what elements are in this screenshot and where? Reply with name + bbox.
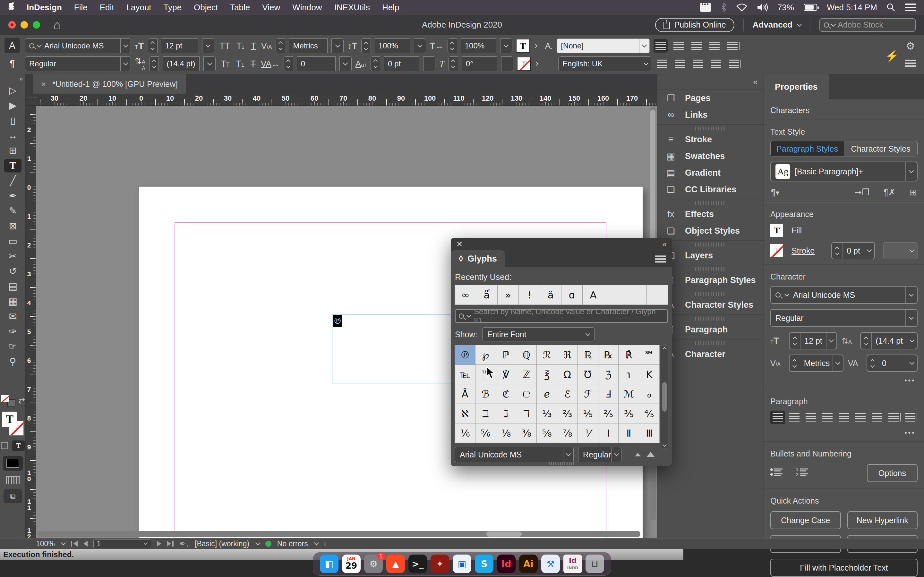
glyph-cell[interactable]: ⅕ xyxy=(577,404,598,424)
panel-menu-icon[interactable] xyxy=(905,60,916,67)
panel-dock-item[interactable]: ▦ Swatches xyxy=(657,148,764,164)
vertical-scale-stepper[interactable] xyxy=(361,39,371,53)
show-filter-combo[interactable]: Entire Font xyxy=(482,327,594,342)
panel-dock-item[interactable]: fx Effects xyxy=(657,206,764,222)
dropdown-arrow[interactable] xyxy=(120,57,131,71)
glyph-cell[interactable]: ℤ xyxy=(516,364,537,384)
recent-glyph-cell[interactable] xyxy=(604,285,625,305)
kerning-stepper[interactable] xyxy=(276,39,285,53)
bullets-options-button[interactable]: Options xyxy=(867,464,918,482)
glyph-cell[interactable]: ⅝ xyxy=(536,423,557,443)
character-style-combo[interactable]: Regular xyxy=(771,309,918,327)
glyph-cell[interactable]: ℸ xyxy=(516,404,537,424)
tool-button[interactable]: ✒ xyxy=(0,188,26,203)
recent-glyph-cell[interactable]: ! xyxy=(519,285,540,305)
fill-label[interactable]: Fill xyxy=(792,226,802,235)
justify-left-button[interactable] xyxy=(708,39,722,53)
scrollbar-thumb[interactable] xyxy=(662,382,667,412)
dropdown-arrow[interactable] xyxy=(563,447,573,462)
formatting-affects-container-button[interactable] xyxy=(1,442,8,449)
font-size-dropdown[interactable] xyxy=(202,39,214,53)
next-page-button[interactable] xyxy=(157,541,161,546)
leading-stepper[interactable] xyxy=(149,56,159,71)
panel-menu-icon[interactable] xyxy=(655,255,666,263)
glyph-cell[interactable]: ⅛ xyxy=(496,423,517,443)
menu-layout[interactable]: Layout xyxy=(120,3,158,13)
recent-glyph-cell[interactable] xyxy=(625,285,646,305)
tool-button[interactable]: ☞ xyxy=(0,339,26,354)
menu-object[interactable]: Object xyxy=(188,3,224,13)
justify-center-last-button[interactable] xyxy=(673,57,687,71)
menu-table[interactable]: Table xyxy=(224,3,256,13)
tab-glyphs[interactable]: ◊ Glyphs xyxy=(451,250,505,267)
tool-button[interactable]: ✎ xyxy=(0,203,26,218)
glyph-cell[interactable]: ℴ xyxy=(639,384,660,404)
align-towards-spine-button[interactable] xyxy=(886,411,901,424)
dropdown-arrow[interactable] xyxy=(611,447,622,462)
menu-indesign[interactable]: InDesign xyxy=(21,3,68,13)
paragraph-style-combo[interactable]: Ag [Basic Paragraph]+ xyxy=(771,161,918,181)
kerning-dropdown[interactable] xyxy=(331,39,344,53)
character-formatting-mode-button[interactable]: A xyxy=(5,38,20,53)
recent-glyph-cell[interactable] xyxy=(646,285,668,305)
tracking-field[interactable]: 0 xyxy=(297,56,336,71)
tool-button[interactable]: ▭ xyxy=(0,234,26,248)
glyph-cell[interactable]: ℜ xyxy=(557,345,578,365)
superscript-button[interactable]: T1 xyxy=(236,41,244,51)
glyph-font-style-combo[interactable]: Regular xyxy=(578,447,622,462)
language-combo[interactable]: English: UK xyxy=(558,56,651,71)
fill-swatch[interactable]: T xyxy=(771,224,783,237)
fill-expand-arrow[interactable] xyxy=(533,44,537,48)
panel-dock-item[interactable]: ∞ Links xyxy=(657,106,764,123)
notification-center-icon[interactable] xyxy=(905,3,916,11)
zoom-window-button[interactable] xyxy=(33,21,40,29)
glyph-cell[interactable]: Ⅲ xyxy=(639,423,660,443)
tool-button[interactable]: ⚲ xyxy=(0,354,26,369)
recent-glyph-cell[interactable]: » xyxy=(497,285,519,305)
adobe-stock-search[interactable]: Adobe Stock xyxy=(819,18,916,32)
more-paragraph-options-icon[interactable]: ••• xyxy=(772,429,916,437)
tool-button[interactable]: ✉ xyxy=(0,309,26,324)
glyph-cell[interactable]: ℯ xyxy=(536,384,557,404)
dock-app-icon[interactable]: >_ xyxy=(409,554,427,573)
panel-dock-item[interactable]: A Character xyxy=(657,346,764,363)
expand-panels-icon[interactable]: « xyxy=(657,74,764,90)
input-source-icon[interactable] xyxy=(700,3,711,12)
menu-inexutils[interactable]: INEXUtils xyxy=(328,3,376,13)
swap-fill-stroke-icon[interactable]: ⇄ xyxy=(19,396,25,405)
glyph-cell[interactable]: Å xyxy=(455,384,475,404)
panel-dock-item[interactable]: ¶ Paragraph Styles xyxy=(657,272,764,288)
glyph-cell[interactable]: ℧ xyxy=(577,364,598,384)
panel-dock-item[interactable]: A Character Styles xyxy=(657,297,764,313)
align-towards-spine-button[interactable] xyxy=(727,57,741,71)
dropdown-arrow[interactable] xyxy=(905,162,917,181)
stroke-weight-control[interactable]: 0 pt xyxy=(831,242,875,259)
leading-field[interactable]: (14.4 pt) xyxy=(163,56,200,71)
justify-all-button[interactable] xyxy=(870,411,885,424)
glyph-cell[interactable]: ℳ xyxy=(618,384,639,404)
dock-app-icon[interactable]: Ai xyxy=(519,554,538,573)
fill-color-swatch[interactable]: T xyxy=(516,39,530,53)
preflight-profile-combo[interactable]: [Basic] (working) xyxy=(195,540,260,548)
glyph-cell[interactable]: Ⅰ xyxy=(598,423,619,443)
new-style-icon[interactable]: ⊞ xyxy=(909,187,917,197)
recent-glyph-cell[interactable]: A xyxy=(582,285,604,305)
minimize-window-button[interactable] xyxy=(21,21,28,29)
glyph-cell[interactable]: ℰ xyxy=(557,384,578,404)
glyph-cell[interactable]: ℩ xyxy=(618,364,639,384)
font-size-control[interactable]: 12 pt xyxy=(789,332,837,350)
align-away-spine-button[interactable] xyxy=(903,411,918,424)
stroke-label[interactable]: Stroke xyxy=(792,246,814,255)
justify-center-button[interactable] xyxy=(837,411,851,424)
zoom-level-combo[interactable]: 100% xyxy=(36,540,65,548)
bluetooth-icon[interactable] xyxy=(721,3,727,12)
last-page-button[interactable] xyxy=(167,541,174,546)
glyph-cell[interactable]: Ⅱ xyxy=(618,423,639,443)
menu-edit[interactable]: Edit xyxy=(94,3,120,13)
document-tab[interactable]: × *Untitled-1 @ 100% [GPU Preview] xyxy=(33,74,186,93)
page-number-combo[interactable]: 1 xyxy=(94,540,151,548)
stroke-expand-arrow[interactable] xyxy=(534,61,538,66)
gear-icon[interactable]: ⚙ xyxy=(906,40,915,52)
glyph-font-combo[interactable]: Arial Unicode MS xyxy=(455,447,573,462)
dock-app-icon[interactable]: S xyxy=(475,554,493,573)
